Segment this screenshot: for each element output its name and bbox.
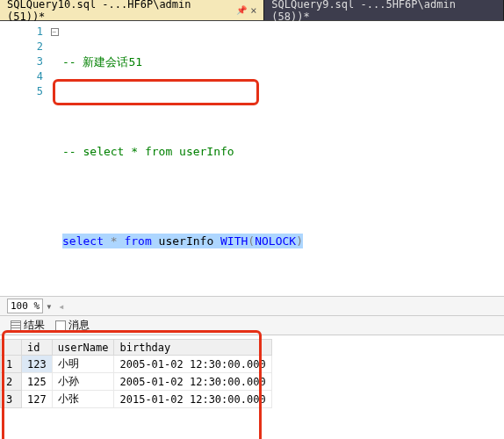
cell-selected[interactable]: 123 xyxy=(22,356,53,373)
tab-label: SQLQuery10.sql -...HF6P\admin (51))* xyxy=(7,0,231,23)
messages-tab[interactable]: 消息 xyxy=(50,316,95,335)
close-icon[interactable]: × xyxy=(250,4,256,17)
message-icon xyxy=(55,320,66,331)
results-tab[interactable]: 结果 xyxy=(5,316,50,335)
grid-corner[interactable] xyxy=(1,340,22,356)
zoom-select[interactable]: 100 % xyxy=(7,299,43,313)
results-pane: 100 %▾ ◂ 结果 消息 id userName birthday 1 12… xyxy=(0,296,504,408)
table-row[interactable]: 3 127 小张 2015-01-02 12:30:00.000 xyxy=(1,391,272,408)
editor-tab-active[interactable]: SQLQuery10.sql -...HF6P\admin (51))* 📌 × xyxy=(0,0,264,20)
col-header-username[interactable]: userName xyxy=(52,340,114,356)
line-gutter: 1 2 3 4 5 xyxy=(0,21,48,296)
comment-line: -- 新建会话51 xyxy=(62,55,142,68)
table-row[interactable]: 1 123 小明 2005-01-02 12:30:00.000 xyxy=(1,356,272,373)
tab-bar: SQLQuery10.sql -...HF6P\admin (51))* 📌 ×… xyxy=(0,0,504,21)
tab-label: SQLQuery9.sql -...5HF6P\admin (58))* xyxy=(271,0,496,23)
zoom-bar: 100 %▾ ◂ xyxy=(0,297,504,316)
zoom-slider-handle[interactable]: ◂ xyxy=(58,300,64,313)
result-tab-bar: 结果 消息 xyxy=(0,316,504,335)
col-header-id[interactable]: id xyxy=(22,340,53,356)
pin-icon[interactable]: 📌 xyxy=(236,5,247,15)
editor-tab[interactable]: SQLQuery9.sql -...5HF6P\admin (58))* xyxy=(264,0,504,20)
results-grid[interactable]: id userName birthday 1 123 小明 2005-01-02… xyxy=(0,335,504,408)
chevron-down-icon[interactable]: ▾ xyxy=(43,300,54,313)
col-header-birthday[interactable]: birthday xyxy=(114,340,271,356)
fold-icon[interactable]: − xyxy=(51,28,59,36)
comment-line: -- select * from userInfo xyxy=(62,145,234,158)
fold-gutter: − xyxy=(48,21,61,296)
table-row[interactable]: 2 125 小孙 2005-01-02 12:30:00.000 xyxy=(1,373,272,391)
grid-icon xyxy=(11,320,21,331)
code-content[interactable]: -- 新建会话51 -- select * from userInfo sele… xyxy=(61,21,504,296)
sql-editor[interactable]: 1 2 3 4 5 − -- 新建会话51 -- select * from u… xyxy=(0,21,504,296)
